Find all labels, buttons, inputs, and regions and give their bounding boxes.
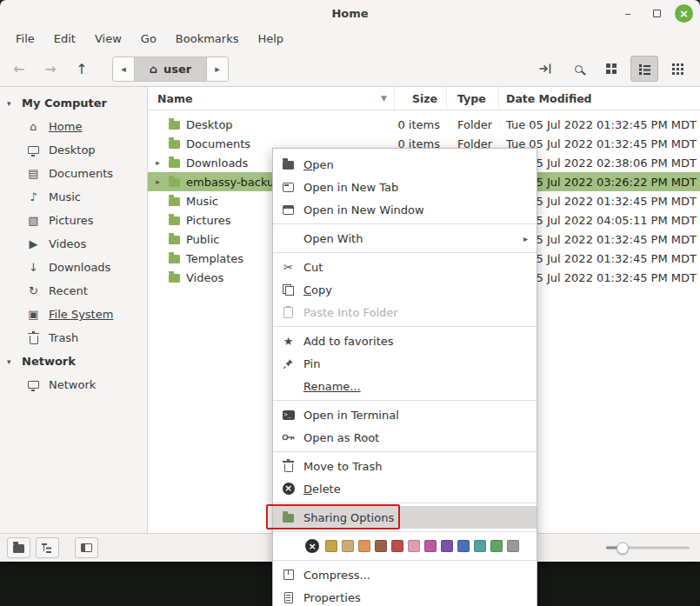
color-swatch[interactable] [490, 540, 503, 552]
folder-icon [169, 255, 180, 263]
menu-item-move-to-trash[interactable]: Move to Trash [273, 455, 537, 477]
places-toggle-button[interactable] [7, 537, 30, 558]
menu-file[interactable]: File [7, 30, 43, 48]
sidebar-section-my-computer[interactable]: ▾ My Computer [0, 91, 147, 115]
column-header-type[interactable]: Type [447, 87, 499, 110]
menu-item-open-in-new-window[interactable]: Open in New Window [273, 198, 537, 221]
expander-icon[interactable]: ▸ [153, 177, 163, 186]
up-button[interactable]: ↑ [68, 56, 96, 82]
menu-item-pin[interactable]: Pin [273, 352, 537, 375]
close-icon: × [679, 7, 689, 20]
compact-view-icon [672, 63, 683, 75]
back-button[interactable]: ← [5, 56, 33, 82]
menu-item-properties[interactable]: Properties [273, 586, 537, 606]
menu-item-open-with[interactable]: Open With ▸ [273, 227, 537, 250]
search-button[interactable] [564, 56, 592, 82]
zoom-slider[interactable] [606, 547, 690, 549]
menu-separator [273, 400, 537, 401]
clear-color-icon: × [308, 541, 316, 552]
file-row-desktop[interactable]: Desktop 0 items Folder Tue 05 Jul 2022 0… [148, 115, 700, 134]
breadcrumb-prev-button[interactable]: ◂ [113, 57, 134, 81]
sidebar-item-documents[interactable]: ▤ Documents [0, 162, 147, 185]
treeview-toggle-button[interactable] [36, 537, 59, 558]
menu-separator [273, 503, 537, 503]
sidebar-item-music[interactable]: ♪ Music [0, 185, 147, 209]
clear-color-button[interactable]: × [305, 539, 319, 553]
sidebar-item-home[interactable]: ⌂ Home [0, 115, 147, 138]
section-expander-icon: ▾ [7, 99, 16, 108]
breadcrumb-user-button[interactable]: ⌂ user [134, 57, 207, 81]
menu-go[interactable]: Go [132, 30, 165, 48]
sidebar-item-desktop[interactable]: Desktop [0, 138, 147, 162]
list-view-button[interactable] [630, 56, 658, 82]
menubar: File Edit View Go Bookmarks Help [0, 26, 700, 50]
icon-view-button[interactable] [597, 56, 625, 82]
submenu-arrow-icon: ▸ [523, 234, 528, 243]
menu-edit[interactable]: Edit [45, 30, 84, 48]
color-swatch[interactable] [342, 540, 354, 552]
menu-item-copy[interactable]: Copy [273, 278, 537, 301]
menu-item-open[interactable]: Open [273, 153, 537, 176]
sidebar-item-recent[interactable]: ↻ Recent [0, 279, 147, 303]
color-swatch[interactable] [424, 540, 437, 552]
menu-item-cut[interactable]: ✂ Cut [273, 256, 537, 278]
color-swatch[interactable] [457, 540, 470, 552]
home-icon: ⌂ [150, 63, 157, 76]
compact-view-button[interactable] [663, 56, 691, 82]
breadcrumb-label: user [163, 63, 191, 76]
menu-item-sharing-options[interactable]: Sharing Options [273, 506, 537, 529]
folder-icon [169, 216, 180, 225]
menu-item-open-as-root[interactable]: Open as Root [273, 426, 537, 449]
color-swatch[interactable] [325, 540, 337, 552]
sidebar-item-downloads[interactable]: ↓ Downloads [0, 256, 147, 279]
color-swatch[interactable] [375, 540, 387, 552]
menu-bookmarks[interactable]: Bookmarks [167, 30, 248, 48]
sidebar-section-network[interactable]: ▾ Network [0, 350, 147, 373]
file-system-icon: ▣ [26, 308, 41, 321]
trash-icon [26, 332, 41, 344]
column-header-name[interactable]: Name ▼ [148, 87, 395, 110]
location-entry-button[interactable] [531, 56, 559, 82]
sidebar-item-pictures[interactable]: ▧ Pictures [0, 209, 147, 232]
color-swatch[interactable] [358, 540, 370, 552]
desktop-icon [26, 146, 41, 154]
color-swatch[interactable] [391, 540, 403, 552]
menu-item-add-to-favorites[interactable]: ★ Add to favorites [273, 330, 537, 352]
color-swatch[interactable] [408, 540, 420, 552]
color-swatch[interactable] [441, 540, 453, 552]
column-header-size[interactable]: Size [395, 87, 447, 110]
menu-item-open-in-terminal[interactable]: Open in Terminal [273, 403, 537, 426]
menu-view[interactable]: View [86, 30, 130, 48]
zoom-slider-handle[interactable] [617, 542, 629, 554]
close-button[interactable]: × [675, 4, 693, 23]
chevron-left-icon: ◂ [121, 63, 126, 75]
section-expander-icon: ▾ [7, 357, 16, 366]
menu-item-rename[interactable]: Rename... [273, 375, 537, 397]
expander-icon[interactable]: ▸ [153, 158, 163, 167]
forward-icon: → [44, 61, 56, 77]
sidebar-item-file-system[interactable]: ▣ File System [0, 303, 147, 326]
sidebar-item-videos[interactable]: ▶ Videos [0, 232, 147, 256]
titlebar[interactable]: Home – × [0, 0, 700, 26]
breadcrumb-next-button[interactable]: ▸ [207, 57, 228, 81]
menu-help[interactable]: Help [249, 30, 292, 48]
menu-item-open-in-new-tab[interactable]: Open in New Tab [273, 176, 537, 198]
folder-icon [169, 159, 180, 168]
desktop-wallpaper: Home – × File Edit View Go Bookmarks Hel… [0, 0, 700, 606]
back-icon: ← [13, 61, 24, 77]
column-header-date-modified[interactable]: Date Modified [499, 87, 700, 110]
trash-icon [281, 460, 296, 472]
color-swatch[interactable] [474, 540, 486, 552]
breadcrumb: ◂ ⌂ user ▸ [112, 57, 229, 82]
forward-button[interactable]: → [37, 56, 64, 82]
hide-sidebar-button[interactable] [75, 537, 98, 558]
sidebar-item-trash[interactable]: Trash [0, 326, 147, 350]
menu-item-compress[interactable]: Compress... [273, 563, 537, 586]
minimize-button[interactable]: – [617, 3, 638, 23]
maximize-button[interactable] [646, 3, 667, 23]
menu-item-delete[interactable]: Delete [273, 477, 537, 500]
pictures-icon: ▧ [26, 214, 41, 227]
color-swatch[interactable] [507, 540, 519, 552]
sidebar-item-network[interactable]: Network [0, 373, 147, 396]
compress-archive-icon [281, 569, 296, 580]
